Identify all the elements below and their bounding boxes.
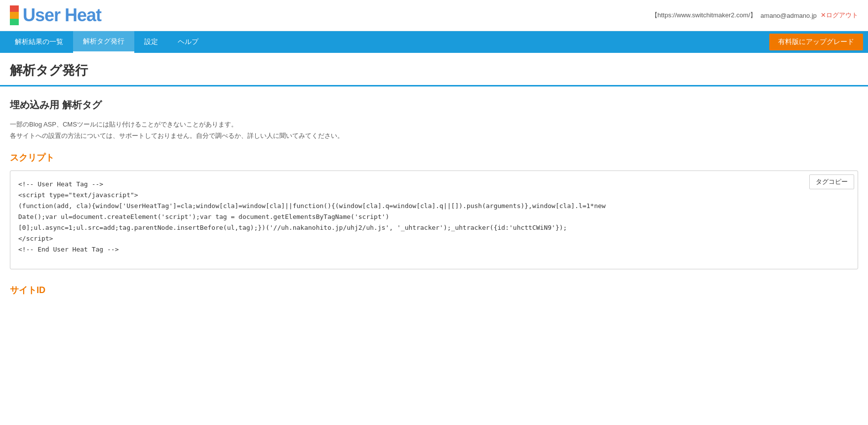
header: User Heat 【https://www.switchitmaker2.co…	[0, 0, 868, 31]
script-section-title: スクリプト	[10, 152, 858, 164]
logout-link[interactable]: ✕ログアウト	[821, 11, 858, 20]
upgrade-button[interactable]: 有料版にアップグレード	[769, 34, 863, 50]
description-line1: 一部のBlog ASP、CMSツールには貼り付けることができないことがあります。	[10, 119, 858, 130]
code-box: <!-- User Heat Tag --> <script type="tex…	[10, 170, 858, 269]
nav-item-tag-issue[interactable]: 解析タグ発行	[73, 31, 134, 53]
nav-item-analysis-list[interactable]: 解析結果の一覧	[5, 31, 73, 53]
page-title-area: 解析タグ発行	[0, 53, 868, 86]
logo-area: User Heat	[10, 5, 101, 26]
site-url: 【https://www.switchitmaker2.com/】	[651, 11, 757, 20]
logo-bar-red	[10, 5, 19, 12]
main-content: 埋め込み用 解析タグ 一部のBlog ASP、CMSツールには貼り付けることがで…	[0, 86, 868, 308]
section-heading: 埋め込み用 解析タグ	[10, 98, 858, 112]
nav-item-help[interactable]: ヘルプ	[168, 31, 208, 53]
header-right: 【https://www.switchitmaker2.com/】 amano@…	[651, 11, 858, 20]
nav-item-settings[interactable]: 設定	[134, 31, 168, 53]
description-line2: 各サイトへの設置の方法については、サポートしておりません。自分で調べるか、詳しい…	[10, 130, 858, 141]
user-email: amano@admano.jp	[760, 12, 817, 19]
code-box-wrapper: <!-- User Heat Tag --> <script type="tex…	[10, 170, 858, 269]
logo-icon	[10, 5, 19, 25]
logo-bar-orange	[10, 12, 19, 18]
logo-title: User Heat	[23, 5, 101, 26]
site-id-title: サイトID	[10, 284, 858, 296]
page-title: 解析タグ発行	[10, 62, 858, 79]
navbar: 解析結果の一覧 解析タグ発行 設定 ヘルプ 有料版にアップグレード	[0, 31, 868, 53]
description: 一部のBlog ASP、CMSツールには貼り付けることができないことがあります。…	[10, 119, 858, 142]
logo-bar-green	[10, 19, 19, 25]
nav-items: 解析結果の一覧 解析タグ発行 設定 ヘルプ	[5, 31, 769, 53]
copy-button[interactable]: タグコピー	[809, 174, 854, 189]
